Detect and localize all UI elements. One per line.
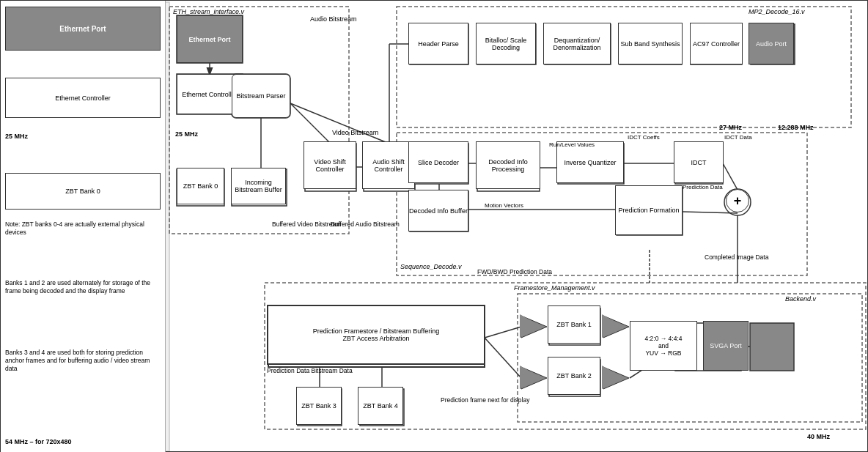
note2: Banks 1 and 2 are used alternately for s…	[5, 279, 161, 295]
idct-box: IDCT	[691, 159, 707, 166]
svg-line-49	[723, 163, 738, 190]
decoded-info-proc-box: Decoded Info Processing	[477, 158, 540, 173]
pred-formation-box: Prediction Formation	[618, 207, 679, 214]
svg-line-57	[485, 338, 521, 378]
mp2-section-label: MP2_Decode_16.v	[749, 8, 805, 15]
note1: Note: ZBT banks 0-4 are actually externa…	[5, 221, 161, 237]
freq-25mhz: 25 MHz	[5, 133, 28, 140]
freq-12mhz: 12.288 MHz	[778, 124, 814, 131]
completed-image-label: Completed Image Data	[705, 253, 768, 261]
zbt-bank2-box: ZBT Bank 2	[556, 372, 591, 379]
slice-decoder-box: Slice Decoder	[418, 159, 459, 166]
zbt-bank0-box: ZBT Bank 0	[183, 182, 218, 190]
pred-frame-label: Prediction frame next for display	[441, 396, 529, 404]
framestore-section-label: Framestore_Management.v	[514, 284, 595, 292]
svg-rect-32	[750, 323, 794, 371]
zbt-bank1-box: ZBT Bank 1	[556, 321, 591, 328]
run-level-label: Run/Level Values	[549, 141, 595, 148]
video-shift-box: Video Shift Controller	[304, 158, 356, 173]
fwd-bwd-label: FWD/BWD Prediction Data	[477, 268, 552, 275]
idct-coeffs-label: IDCT Coeffs	[628, 134, 660, 141]
eth-section-label: ETH_stream_interface.v	[173, 8, 244, 15]
ethernet-controller-label: Ethernet Controller	[55, 95, 111, 102]
zbt-bank3-box: ZBT Bank 3	[301, 402, 336, 410]
svg-line-39	[290, 103, 331, 144]
sub-band-box: Sub Band Synthesis	[620, 40, 680, 48]
svga-port-box: SVGA Port	[710, 342, 742, 349]
dequant-box: Dequantization/ Denormalization	[544, 37, 610, 51]
decoded-info-buf-box: Decoded Info Buffer	[409, 207, 468, 215]
audio-port-box: Audio Port	[756, 40, 787, 48]
freq-25mhz-label: 25 MHz	[175, 130, 198, 138]
ac97-box: AC97 Controller	[693, 40, 740, 48]
zbt-bank0-label: ZBT Bank 0	[65, 188, 100, 195]
note3: Banks 3 and 4 are used both for storing …	[5, 349, 161, 373]
yuv-convert-box: 4:2:0 → 4:4:4 and YUV → RGB	[644, 335, 682, 357]
ethernet-port-label: Ethernet Port	[59, 25, 106, 33]
svg-line-40	[290, 103, 389, 144]
diagram-container: Ethernet Port Ethernet Controller 25 MHz…	[0, 0, 868, 452]
backend-section-label: Backend.v	[785, 295, 816, 303]
incoming-buf-box: Incoming Bitstream Buffer	[232, 179, 285, 193]
motion-vectors-label: Motion Vectors	[485, 202, 523, 209]
idct-data-label: IDCT Data	[724, 134, 752, 141]
seq-section-label: Sequence_Decode.v	[400, 263, 462, 270]
left-notes-panel: Ethernet Port Ethernet Controller 25 MHz…	[1, 1, 166, 452]
ethernet-port-box: Ethernet Port	[188, 36, 230, 43]
prediction-framestore-box: Prediction Framestore / Bitstream Buffer…	[313, 327, 439, 342]
plus-symbol: +	[726, 189, 749, 212]
pred-data-label: Prediction Data Bitstream Data	[267, 367, 353, 374]
svg-line-56	[485, 327, 521, 338]
buffered-audio-label: Buffered Audio Bitstream	[331, 221, 400, 228]
zbt-bank4-box: ZBT Bank 4	[363, 402, 397, 410]
bitalloc-box: Bitalloc/ Scale Decoding	[477, 37, 535, 51]
freq-54mhz: 54 MHz – for 720x480	[5, 438, 72, 445]
audio-bitstream-label: Audio Bitstream	[310, 15, 357, 23]
header-parse-box: Header Parse	[418, 40, 459, 48]
svg-line-51	[683, 212, 738, 213]
freq-27mhz: 27 MHz	[719, 124, 742, 131]
freq-40mhz: 40 MHz	[807, 433, 830, 440]
bitstream-parser-box: Bitstream Parser	[236, 92, 285, 100]
eth-ctrl-box: Ethernet Controller	[182, 91, 238, 98]
inv-quantizer-box: Inverse Quantizer	[564, 159, 616, 166]
video-bitstream-label: Video Bitstream	[332, 129, 378, 136]
audio-shift-box: Audio Shift Controller	[363, 158, 414, 173]
prediction-data-label: Prediction Data	[683, 184, 723, 190]
